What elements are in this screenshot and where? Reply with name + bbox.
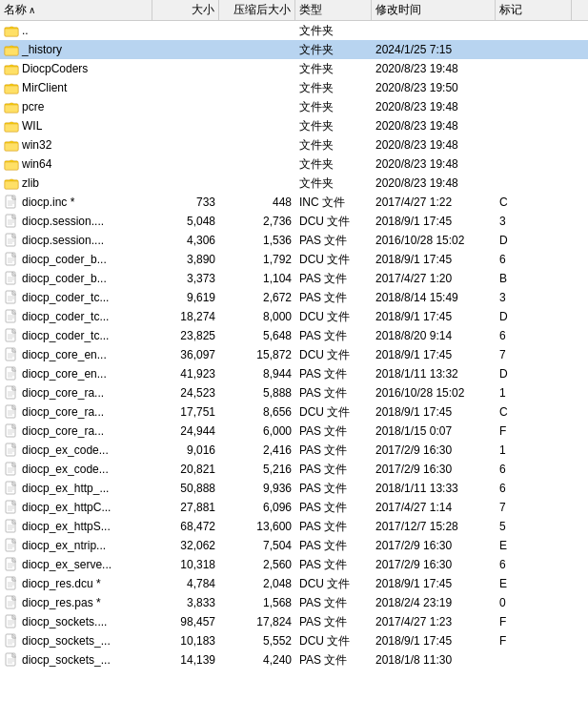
extra-value: 6 xyxy=(499,558,506,571)
table-row[interactable]: MirClient 文件夹 2020/8/23 19:50 xyxy=(0,78,588,97)
table-row[interactable]: diocp_core_en... 36,097 15,872 DCU 文件 20… xyxy=(0,345,588,364)
table-row[interactable]: diocp.inc * 733 448 INC 文件 2017/4/27 1:2… xyxy=(0,193,588,212)
modified-value: 2020/8/23 19:48 xyxy=(375,138,458,152)
table-row[interactable]: WIL 文件夹 2020/8/23 19:48 xyxy=(0,116,588,135)
type-value: PAS 文件 xyxy=(299,423,347,440)
cell-modified: 2020/8/23 19:48 xyxy=(372,154,496,174)
cell-name: diocp_core_en... xyxy=(0,364,152,383)
table-row[interactable]: diocp_ex_httpC... 27,881 6,096 PAS 文件 20… xyxy=(0,498,588,517)
modified-value: 2020/8/23 19:50 xyxy=(375,81,458,94)
cell-compressed: 17,824 xyxy=(219,612,295,631)
size-value: 41,923 xyxy=(180,367,215,381)
compressed-value: 2,672 xyxy=(263,291,292,304)
size-value: 5,048 xyxy=(187,215,215,228)
table-row[interactable]: diocp_ex_http_... 50,888 9,936 PAS 文件 20… xyxy=(0,479,588,498)
header-extra[interactable]: 标记 xyxy=(496,0,572,20)
header-compressed[interactable]: 压缩后大小 xyxy=(219,0,295,20)
header-name[interactable]: 名称 ∧ xyxy=(0,0,152,20)
compressed-value: 9,936 xyxy=(263,482,292,495)
table-row[interactable]: diocp_sockets.... 98,457 17,824 PAS 文件 2… xyxy=(0,612,588,631)
cell-name: diocp_ex_httpC... xyxy=(0,498,152,517)
table-row[interactable]: diocp_sockets_... 14,139 4,240 PAS 文件 20… xyxy=(0,650,588,670)
extra-value: C xyxy=(499,196,508,209)
table-row[interactable]: diocp_core_ra... 24,523 5,888 PAS 文件 201… xyxy=(0,383,588,402)
filename-label: _history xyxy=(22,43,62,56)
table-row[interactable]: _history 文件夹 2024/1/25 7:15 xyxy=(0,40,588,59)
cell-name: diocp_res.pas * xyxy=(0,593,152,612)
table-body[interactable]: .. 文件夹 _history 文 xyxy=(0,21,588,721)
table-row[interactable]: diocp_core_ra... 17,751 8,656 DCU 文件 201… xyxy=(0,402,588,422)
extra-value: B xyxy=(499,272,507,285)
table-row[interactable]: diocp_ex_code... 20,821 5,216 PAS 文件 201… xyxy=(0,460,588,479)
type-value: 文件夹 xyxy=(299,175,334,192)
table-row[interactable]: zlib 文件夹 2020/8/23 19:48 xyxy=(0,174,588,193)
table-row[interactable]: win64 文件夹 2020/8/23 19:48 xyxy=(0,154,588,174)
filename-label: diocp_ex_code... xyxy=(22,463,109,476)
modified-value: 2018/1/11 13:33 xyxy=(375,482,458,495)
table-row[interactable]: diocp_core_ra... 24,944 6,000 PAS 文件 201… xyxy=(0,422,588,441)
table-row[interactable]: diocp_coder_b... 3,373 1,104 PAS 文件 2017… xyxy=(0,269,588,288)
cell-extra: 1 xyxy=(496,441,572,460)
table-row[interactable]: diocp_coder_tc... 18,274 8,000 DCU 文件 20… xyxy=(0,307,588,326)
cell-size: 36,097 xyxy=(152,345,219,364)
cell-modified: 2017/12/7 15:28 xyxy=(372,517,496,536)
header-size-label: 大小 xyxy=(192,2,214,18)
file-icon xyxy=(4,328,19,343)
table-row[interactable]: diocp_res.dcu * 4,784 2,048 DCU 文件 2018/… xyxy=(0,574,588,593)
cell-size: 27,881 xyxy=(152,498,219,517)
cell-modified: 2018/9/1 17:45 xyxy=(372,250,496,269)
modified-value: 2020/8/23 19:48 xyxy=(375,157,458,171)
extra-value: 6 xyxy=(499,329,506,342)
svg-rect-8 xyxy=(5,67,18,74)
table-row[interactable]: .. 文件夹 xyxy=(0,21,588,40)
folder-icon xyxy=(4,156,19,172)
table-row[interactable]: diocp.session.... 4,306 1,536 PAS 文件 201… xyxy=(0,231,588,250)
svg-rect-26 xyxy=(5,181,18,189)
cell-type: 文件夹 xyxy=(295,154,372,174)
table-row[interactable]: DiocpCoders 文件夹 2020/8/23 19:48 xyxy=(0,59,588,78)
table-row[interactable]: pcre 文件夹 2020/8/23 19:48 xyxy=(0,97,588,116)
cell-extra: 5 xyxy=(496,517,572,536)
filename-label: diocp_sockets_... xyxy=(22,634,111,648)
modified-value: 2017/4/27 1:14 xyxy=(375,501,452,514)
table-row[interactable]: diocp_coder_b... 3,890 1,792 DCU 文件 2018… xyxy=(0,250,588,269)
header-size[interactable]: 大小 xyxy=(152,0,219,20)
cell-type: PAS 文件 xyxy=(295,460,372,479)
cell-name: diocp_coder_tc... xyxy=(0,288,152,307)
header-type[interactable]: 类型 xyxy=(295,0,372,20)
table-row[interactable]: diocp_ex_ntrip... 32,062 7,504 PAS 文件 20… xyxy=(0,536,588,555)
table-row[interactable]: diocp.session.... 5,048 2,736 DCU 文件 201… xyxy=(0,212,588,231)
modified-value: 2016/10/28 15:02 xyxy=(375,386,464,400)
header-modified[interactable]: 修改时间 xyxy=(372,0,496,20)
type-value: PAS 文件 xyxy=(299,481,347,497)
table-row[interactable]: diocp_ex_serve... 10,318 2,560 PAS 文件 20… xyxy=(0,555,588,574)
extra-value: E xyxy=(499,539,507,552)
table-row[interactable]: diocp_ex_code... 9,016 2,416 PAS 文件 2017… xyxy=(0,441,588,460)
cell-compressed: 4,240 xyxy=(219,650,295,670)
compressed-value: 2,048 xyxy=(263,577,292,590)
filename-label: diocp_core_ra... xyxy=(22,386,104,400)
cell-type: PAS 文件 xyxy=(295,231,372,250)
filename-label: diocp.session.... xyxy=(22,234,104,247)
cell-modified: 2017/4/27 1:23 xyxy=(372,612,496,631)
cell-name: diocp_res.dcu * xyxy=(0,574,152,593)
extra-value: 6 xyxy=(499,253,506,266)
size-value: 32,062 xyxy=(180,539,215,552)
cell-extra: D xyxy=(496,231,572,250)
cell-size xyxy=(152,154,219,174)
filename-label: diocp_coder_tc... xyxy=(22,310,109,323)
filename-label: diocp.session.... xyxy=(22,215,104,228)
size-value: 10,318 xyxy=(180,558,215,571)
table-row[interactable]: win32 文件夹 2020/8/23 19:48 xyxy=(0,135,588,154)
cell-compressed: 5,648 xyxy=(219,326,295,345)
file-icon xyxy=(4,347,19,362)
extra-value: 1 xyxy=(499,386,506,400)
table-row[interactable]: diocp_coder_tc... 9,619 2,672 PAS 文件 201… xyxy=(0,288,588,307)
table-row[interactable]: diocp_ex_httpS... 68,472 13,600 PAS 文件 2… xyxy=(0,517,588,536)
size-value: 98,457 xyxy=(180,615,215,628)
table-row[interactable]: diocp_coder_tc... 23,825 5,648 PAS 文件 20… xyxy=(0,326,588,345)
table-row[interactable]: diocp_res.pas * 3,833 1,568 PAS 文件 2018/… xyxy=(0,593,588,612)
table-row[interactable]: diocp_core_en... 41,923 8,944 PAS 文件 201… xyxy=(0,364,588,383)
type-value: PAS 文件 xyxy=(299,366,347,382)
table-row[interactable]: diocp_sockets_... 10,183 5,552 DCU 文件 20… xyxy=(0,631,588,650)
